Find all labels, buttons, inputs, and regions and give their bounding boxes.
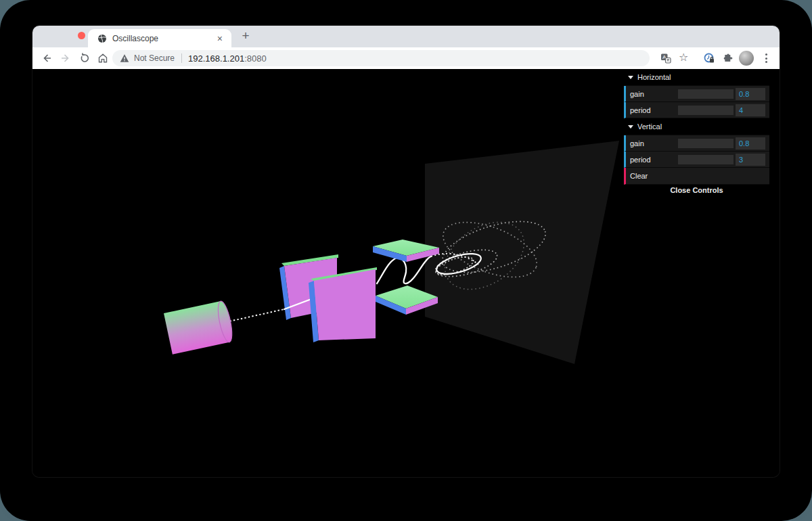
desktop-screen: Oscillascope × + bbox=[0, 0, 812, 521]
security-chip-label[interactable]: Not Secure bbox=[134, 53, 175, 63]
horizontal-gain-slider[interactable] bbox=[678, 89, 734, 99]
beam-dotted-from-gun bbox=[226, 309, 284, 322]
folder-vertical-label: Vertical bbox=[637, 122, 662, 131]
url-port[interactable]: :8080 bbox=[244, 53, 267, 64]
reload-icon[interactable] bbox=[79, 53, 90, 64]
clear-button-label: Clear bbox=[630, 172, 648, 180]
address-bar: Not Secure 192.168.1.201:8080 A ☆ bbox=[32, 47, 780, 69]
extensions-puzzle-icon[interactable] bbox=[722, 53, 733, 64]
folder-horizontal-label: Horizontal bbox=[637, 73, 671, 81]
browser-window: Oscillascope × + bbox=[32, 26, 780, 477]
chevron-down-icon bbox=[628, 125, 633, 129]
tab-oscillascope[interactable]: Oscillascope × bbox=[88, 29, 231, 47]
not-secure-warning-icon[interactable] bbox=[120, 53, 129, 63]
folder-horizontal[interactable]: Horizontal bbox=[624, 69, 769, 86]
horizontal-period-label: period bbox=[630, 106, 678, 114]
vertical-period-value[interactable]: 3 bbox=[736, 154, 765, 166]
horizontal-gain-value[interactable]: 0.8 bbox=[736, 88, 765, 100]
tab-title: Oscillascope bbox=[112, 34, 215, 43]
vertical-gain-label: gain bbox=[630, 139, 678, 148]
vertical-period-label: period bbox=[630, 156, 678, 164]
horizontal-period-value[interactable]: 4 bbox=[736, 104, 765, 116]
horizontal-gain-label: gain bbox=[630, 90, 678, 98]
close-window-button[interactable] bbox=[78, 32, 85, 39]
horizontal-period-slider[interactable] bbox=[678, 106, 734, 115]
new-tab-button[interactable]: + bbox=[237, 28, 254, 45]
url-host[interactable]: 192.168.1.201 bbox=[188, 53, 244, 64]
folder-vertical[interactable]: Vertical bbox=[624, 118, 769, 135]
vplate-front-face bbox=[314, 269, 376, 340]
extension-clock-lock-icon[interactable] bbox=[704, 53, 715, 64]
vertical-period-slider[interactable] bbox=[678, 155, 734, 164]
vertical-gain-value[interactable]: 0.8 bbox=[736, 137, 765, 150]
tab-strip: Oscillascope × + bbox=[32, 26, 780, 47]
omnibox[interactable]: Not Secure 192.168.1.201:8080 bbox=[112, 50, 650, 66]
control-row-vertical-period: period 3 bbox=[624, 152, 769, 168]
page-content: Horizontal gain 0.8 period 4 Vertical bbox=[32, 69, 780, 477]
profile-avatar[interactable] bbox=[739, 51, 754, 66]
vertical-gain-slider[interactable] bbox=[678, 139, 734, 148]
home-icon[interactable] bbox=[97, 53, 108, 64]
dat-gui-panel: Horizontal gain 0.8 period 4 Vertical bbox=[624, 69, 769, 196]
browser-menu-icon[interactable] bbox=[762, 52, 770, 64]
control-row-vertical-gain: gain 0.8 bbox=[624, 135, 769, 152]
globe-favicon-icon bbox=[97, 34, 107, 43]
translate-icon[interactable]: A bbox=[660, 53, 671, 64]
close-controls-button[interactable]: Close Controls bbox=[624, 185, 769, 196]
control-row-horizontal-period: period 4 bbox=[624, 102, 769, 118]
forward-icon[interactable] bbox=[60, 53, 71, 64]
clear-button[interactable]: Clear bbox=[624, 168, 769, 185]
chevron-down-icon bbox=[628, 76, 633, 79]
control-row-horizontal-gain: gain 0.8 bbox=[624, 86, 769, 102]
omnibox-divider bbox=[181, 53, 182, 63]
oscilloscope-screen bbox=[425, 141, 619, 364]
tab-close-icon[interactable]: × bbox=[215, 33, 225, 44]
bookmark-star-icon[interactable]: ☆ bbox=[679, 51, 688, 64]
back-icon[interactable] bbox=[41, 53, 52, 64]
